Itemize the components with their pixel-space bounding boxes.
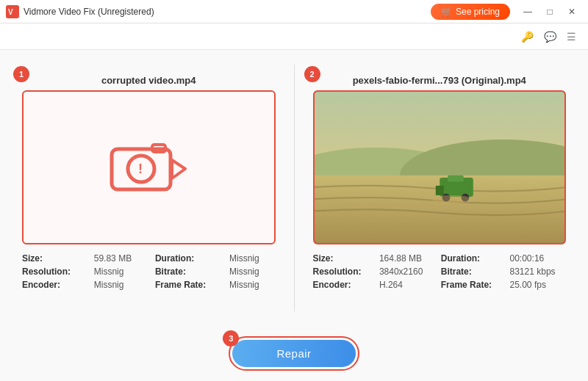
right-size-label: Size:: [313, 253, 372, 264]
repair-button-wrapper: 3 Repair: [229, 336, 359, 371]
right-duration-value: 00:00:16: [510, 253, 566, 264]
see-pricing-button[interactable]: 🛒 See pricing: [431, 4, 510, 20]
left-resolution-label: Resolution:: [22, 266, 87, 277]
left-encoder-value: Missnig: [94, 280, 148, 290]
left-framerate-value: Missnig: [229, 280, 275, 290]
cart-icon: 🛒: [441, 7, 452, 17]
app-logo: V: [6, 5, 19, 18]
right-meta-table: Size: 164.88 MB Duration: 00:00:16 Resol…: [313, 253, 567, 290]
right-encoder-label: Encoder:: [313, 280, 372, 290]
right-video-wrapper: 2 pexels-fabio-fermi...793 (Original).mp…: [313, 75, 567, 244]
right-bitrate-value: 83121 kbps: [510, 266, 566, 277]
bottom-bar: 3 Repair: [0, 326, 588, 381]
feedback-icon[interactable]: 💬: [544, 31, 556, 43]
video-thumbnail: [315, 92, 565, 243]
right-framerate-value: 25.00 fps: [510, 280, 566, 290]
panel-divider: [294, 65, 295, 311]
svg-text:!: !: [138, 162, 143, 176]
app-title: Vidmore Video Fix (Unregistered): [24, 7, 431, 17]
minimize-button[interactable]: —: [517, 4, 538, 20]
titlebar: V Vidmore Video Fix (Unregistered) 🛒 See…: [0, 0, 588, 23]
svg-marker-6: [172, 160, 185, 178]
right-size-value: 164.88 MB: [379, 253, 434, 264]
corrupted-camera-icon: !: [104, 134, 193, 200]
close-button[interactable]: ✕: [562, 4, 582, 20]
pricing-label: See pricing: [456, 7, 500, 17]
maximize-button[interactable]: □: [539, 4, 560, 20]
right-framerate-label: Frame Rate:: [441, 280, 503, 290]
badge-2: 2: [304, 66, 320, 82]
left-resolution-value: Missnig: [94, 266, 148, 277]
left-bitrate-value: Missnig: [229, 266, 275, 277]
left-panel: 1 corrupted video.mp4 !: [22, 65, 276, 311]
menu-icon[interactable]: ☰: [567, 31, 576, 43]
window-controls: — □ ✕: [517, 4, 582, 20]
right-resolution-value: 3840x2160: [379, 266, 434, 277]
badge-1: 1: [13, 66, 29, 82]
left-duration-value: Missnig: [229, 253, 275, 264]
right-duration-label: Duration:: [441, 253, 503, 264]
left-size-value: 59.83 MB: [94, 253, 148, 264]
left-bitrate-label: Bitrate:: [155, 266, 222, 277]
right-panel: 2 pexels-fabio-fermi...793 (Original).mp…: [313, 65, 567, 311]
left-duration-label: Duration:: [155, 253, 222, 264]
left-video-title: corrupted video.mp4: [22, 75, 276, 86]
left-encoder-label: Encoder:: [22, 280, 87, 290]
key-icon[interactable]: 🔑: [521, 31, 534, 43]
right-bitrate-label: Bitrate:: [441, 266, 503, 277]
toolbar: 🔑 💬 ☰: [0, 23, 588, 50]
svg-rect-14: [448, 175, 464, 182]
left-video-wrapper: 1 corrupted video.mp4 !: [22, 75, 276, 244]
left-size-label: Size:: [22, 253, 87, 264]
original-video-box: [313, 90, 567, 244]
right-video-title: pexels-fabio-fermi...793 (Original).mp4: [313, 75, 567, 86]
left-framerate-label: Frame Rate:: [155, 280, 222, 290]
left-meta-table: Size: 59.83 MB Duration: Missnig Resolut…: [22, 253, 276, 290]
svg-rect-13: [435, 186, 443, 195]
main-content: 1 corrupted video.mp4 !: [0, 50, 588, 326]
repair-button[interactable]: Repair: [232, 340, 355, 367]
right-resolution-label: Resolution:: [313, 266, 372, 277]
svg-text:V: V: [8, 8, 13, 16]
corrupted-video-box: !: [22, 90, 276, 244]
right-encoder-value: H.264: [379, 280, 434, 290]
svg-point-17: [431, 195, 471, 203]
